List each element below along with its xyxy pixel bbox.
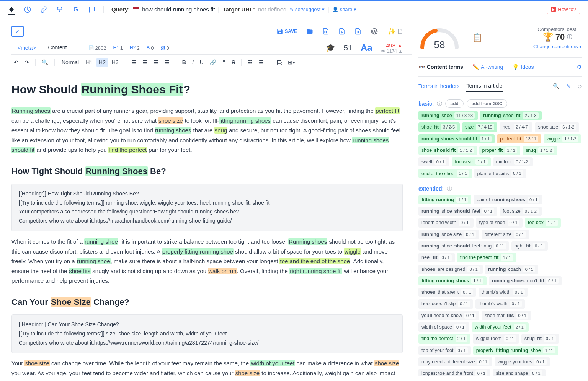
- tab-content[interactable]: Content: [42, 41, 73, 54]
- list-ul-button[interactable]: ☰: [256, 58, 266, 67]
- align-left-button[interactable]: ☰: [129, 58, 139, 67]
- check-button[interactable]: ✓: [11, 26, 24, 37]
- term-chip[interactable]: heel fit0 / 1: [418, 253, 455, 262]
- tab-ideas[interactable]: 💡 Ideas: [512, 62, 534, 72]
- h1-button[interactable]: H1: [83, 58, 95, 67]
- term-chip[interactable]: longest toe and the front0 / 1: [418, 369, 490, 376]
- save-button[interactable]: SAVE: [276, 28, 297, 35]
- term-chip[interactable]: shoe size6 / 1-2: [535, 122, 579, 132]
- filter-icon[interactable]: 🔍: [553, 83, 559, 89]
- search-button[interactable]: 🔍: [39, 58, 51, 67]
- term-chip[interactable]: length and width0 / 1: [418, 218, 474, 227]
- align-right-button[interactable]: ☰: [151, 58, 161, 67]
- nav-chat-icon[interactable]: [88, 6, 96, 13]
- term-chip[interactable]: shoe that fits0 / 1: [482, 311, 531, 320]
- clipboard-icon[interactable]: 📋: [472, 33, 482, 43]
- link-button[interactable]: 🔗: [207, 58, 219, 67]
- search-doc-button[interactable]: [322, 28, 329, 35]
- term-chip[interactable]: swell0 / 1: [418, 157, 449, 166]
- tab-ai-writing[interactable]: ✏️ AI-writing: [472, 62, 503, 72]
- h2-button[interactable]: H2: [96, 58, 108, 67]
- term-chip[interactable]: running shoe fit2 / 1-3: [480, 111, 542, 120]
- subtab-article[interactable]: Terms in article: [466, 80, 502, 92]
- term-chip[interactable]: toe box1 / 1: [525, 218, 561, 227]
- term-chip[interactable]: footwear1 / 1: [452, 157, 490, 166]
- term-chip[interactable]: fitting running1 / 1: [418, 195, 471, 204]
- table-button[interactable]: ⊞▾: [286, 58, 297, 67]
- nav-analytics-icon[interactable]: [24, 6, 31, 13]
- export-button[interactable]: [354, 28, 361, 35]
- align-center-button[interactable]: ☰: [140, 58, 150, 67]
- term-chip[interactable]: shoes are designed0 / 1: [418, 265, 483, 274]
- term-chip[interactable]: snug1 / 1-2: [523, 146, 557, 155]
- term-chip[interactable]: running shoe11 / 8-23: [418, 111, 478, 120]
- bold-button[interactable]: B: [180, 58, 188, 67]
- edit-icon[interactable]: ✎: [566, 83, 571, 89]
- nav-editor-icon[interactable]: [8, 8, 15, 15]
- term-chip[interactable]: foot size0 / 1-2: [500, 207, 542, 216]
- share-link[interactable]: 👤 share ▾: [332, 7, 356, 12]
- term-chip[interactable]: right fit0 / 1: [511, 241, 548, 251]
- term-chip[interactable]: different size0 / 1: [482, 230, 529, 239]
- strike-button[interactable]: S: [229, 58, 237, 67]
- tab-content-terms[interactable]: 👓 Content terms: [418, 62, 463, 72]
- image-button[interactable]: 🖼: [274, 58, 284, 67]
- term-chip[interactable]: width of space0 / 1: [418, 322, 469, 332]
- term-chip[interactable]: midfoot0 / 1-2: [493, 157, 533, 166]
- term-chip[interactable]: snug fit0 / 1: [521, 334, 559, 343]
- quote-button[interactable]: ❝: [220, 58, 228, 67]
- tab-meta[interactable]: <meta>: [11, 42, 42, 54]
- term-chip[interactable]: top of your foot0 / 1: [418, 346, 471, 355]
- italic-button[interactable]: I: [190, 58, 196, 67]
- term-chip[interactable]: fitting running shoes1 / 1: [418, 276, 487, 285]
- term-chip[interactable]: find the perfect fit1 / 1: [457, 253, 516, 262]
- align-justify-button[interactable]: ☰: [162, 58, 172, 67]
- term-chip[interactable]: running shoes should fit1 / 1: [418, 134, 495, 143]
- term-chip[interactable]: shoes that aren't0 / 1: [418, 288, 476, 297]
- wordpress-button[interactable]: [371, 28, 378, 35]
- term-chip[interactable]: running shoe should feel snug0 / 1: [418, 241, 509, 251]
- term-chip[interactable]: size7 / 4-15: [462, 122, 497, 132]
- term-chip[interactable]: heel doesn't slip0 / 1: [418, 299, 473, 308]
- add-gsc-button[interactable]: add from GSC: [467, 99, 508, 108]
- h3-button[interactable]: H3: [109, 58, 121, 67]
- term-chip[interactable]: plantar fasciitis0 / 1: [474, 169, 526, 178]
- content-editor[interactable]: How Should Running Shoes Fit? Running sh…: [11, 70, 412, 376]
- term-chip[interactable]: type of shoe0 / 1: [476, 218, 523, 227]
- subtab-headers[interactable]: Terms in headers: [418, 81, 459, 91]
- term-chip[interactable]: running shoes don't fit0 / 1: [489, 276, 562, 285]
- term-chip[interactable]: wiggle your toes0 / 1: [495, 357, 550, 366]
- term-chip[interactable]: wiggle1 / 1-2: [544, 134, 581, 143]
- term-chip[interactable]: properly fitting running shoe1 / 1: [473, 346, 558, 355]
- term-chip[interactable]: proper fit1 / 1: [479, 146, 520, 155]
- add-term-button[interactable]: add: [445, 99, 463, 108]
- nav-structure-icon[interactable]: [56, 6, 64, 13]
- term-chip[interactable]: perfect fit13 / 1: [497, 134, 541, 143]
- import-button[interactable]: [338, 28, 345, 35]
- magic-button[interactable]: ✨: [387, 27, 403, 36]
- term-chip[interactable]: wiggle room0 / 1: [473, 334, 519, 343]
- term-chip[interactable]: running coach0 / 1: [485, 265, 538, 274]
- term-chip[interactable]: may need a different size0 / 1: [418, 357, 492, 366]
- term-chip[interactable]: find the perfect2 / 1: [418, 334, 470, 343]
- term-chip[interactable]: width of your feet2 / 1: [472, 322, 529, 332]
- term-chip[interactable]: size and shape0 / 1: [493, 369, 546, 376]
- term-chip[interactable]: end of the shoe1 / 1: [418, 169, 472, 178]
- open-button[interactable]: [306, 28, 313, 35]
- nav-google-icon[interactable]: G: [72, 6, 80, 13]
- term-chip[interactable]: running shoe should feel0 / 1: [418, 207, 497, 216]
- set-suggest-link[interactable]: ✎ set/suggest ▾: [289, 7, 325, 12]
- term-chip[interactable]: thumb's width0 / 1: [479, 288, 528, 297]
- undo-button[interactable]: ↶: [11, 58, 21, 67]
- paragraph-select[interactable]: Normal: [59, 58, 82, 67]
- term-chip[interactable]: heel2 / 4-7: [500, 122, 533, 132]
- term-chip[interactable]: thumb's width0 / 1: [475, 299, 525, 308]
- term-chip[interactable]: pair of running shoes0 / 1: [474, 195, 542, 204]
- term-chip[interactable]: running shoe size0 / 1: [418, 230, 479, 239]
- change-competitors-link[interactable]: Change competitors ▾: [533, 44, 582, 49]
- term-chip[interactable]: you'll need to know0 / 1: [418, 311, 479, 320]
- term-chip[interactable]: shoe should fit1 / 1-2: [418, 146, 477, 155]
- eraser-icon[interactable]: ◇: [578, 83, 582, 89]
- settings-icon[interactable]: ⚙: [577, 62, 582, 72]
- howto-button[interactable]: ▶ How to?: [547, 5, 580, 14]
